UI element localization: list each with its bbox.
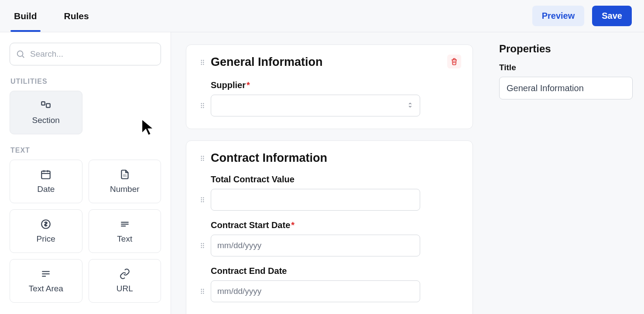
svg-point-49 [203, 291, 204, 292]
svg-point-20 [201, 64, 202, 65]
search-input[interactable] [10, 43, 161, 65]
svg-point-44 [201, 247, 202, 248]
total-value-input[interactable] [211, 189, 420, 211]
block-section[interactable]: Section [10, 91, 82, 134]
svg-point-45 [203, 247, 204, 248]
svg-point-29 [203, 156, 204, 157]
svg-point-28 [201, 156, 202, 157]
number-file-icon: 01 [119, 169, 130, 180]
svg-point-51 [203, 293, 204, 294]
svg-text:01: 01 [123, 174, 127, 177]
svg-point-24 [201, 105, 202, 106]
drag-handle-icon[interactable] [199, 154, 206, 162]
block-price-label: Price [37, 234, 55, 244]
required-mark: * [247, 80, 250, 90]
block-date[interactable]: Date [10, 160, 82, 203]
group-utilities-label: UTILITIES [10, 78, 161, 85]
group-text-label: TEXT [10, 147, 161, 154]
block-textarea[interactable]: Text Area [10, 259, 82, 303]
field-contract-start-date: Contract Start Date* mm/dd/yyyy [199, 220, 460, 256]
save-button[interactable]: Save [592, 6, 632, 26]
start-date-input[interactable]: mm/dd/yyyy [211, 235, 420, 256]
svg-line-1 [22, 56, 24, 58]
block-price[interactable]: Price [10, 209, 82, 253]
trash-icon [450, 58, 458, 65]
svg-point-18 [201, 61, 202, 62]
required-mark: * [291, 220, 295, 230]
calendar-icon [40, 169, 51, 180]
block-number-label: Number [110, 184, 140, 194]
svg-point-34 [201, 197, 202, 198]
svg-point-37 [203, 199, 204, 200]
block-number[interactable]: 01 Number [89, 160, 161, 203]
end-date-placeholder: mm/dd/yyyy [217, 287, 261, 296]
block-url[interactable]: URL [89, 259, 161, 303]
section-icon [40, 100, 51, 111]
search-wrap [10, 43, 161, 65]
prop-title-label: Title [499, 63, 633, 72]
svg-point-50 [201, 293, 202, 294]
block-textarea-label: Text Area [29, 284, 63, 294]
prop-title-input[interactable] [499, 77, 633, 99]
drag-handle-icon[interactable] [199, 58, 206, 66]
svg-point-41 [203, 243, 204, 244]
svg-rect-3 [46, 104, 50, 108]
text-icon [119, 218, 130, 230]
svg-point-43 [203, 245, 204, 246]
tab-rules[interactable]: Rules [62, 0, 91, 32]
svg-point-26 [201, 107, 202, 108]
field-total-contract-value: Total Contract Value [199, 174, 460, 211]
svg-point-19 [203, 61, 204, 62]
supplier-select[interactable] [211, 95, 420, 116]
svg-point-40 [201, 243, 202, 244]
svg-point-25 [203, 105, 204, 106]
main: UTILITIES Section TEXT Date 01 Numb [0, 32, 644, 314]
block-text[interactable]: Text [89, 209, 161, 253]
field-contract-end-date: Contract End Date mm/dd/yyyy [199, 266, 460, 302]
svg-point-46 [201, 289, 202, 290]
svg-point-23 [203, 103, 204, 104]
section-contract-information[interactable]: Contract Information Total Contract Valu… [186, 140, 473, 314]
svg-point-22 [201, 103, 202, 104]
svg-point-21 [203, 64, 204, 65]
svg-point-36 [201, 199, 202, 200]
dollar-icon [40, 218, 51, 230]
preview-button[interactable]: Preview [532, 6, 585, 26]
drag-handle-icon[interactable] [199, 242, 206, 249]
drag-handle-icon[interactable] [199, 287, 206, 295]
start-date-placeholder: mm/dd/yyyy [217, 241, 261, 250]
section-title: Contract Information [211, 151, 327, 165]
end-date-label: Contract End Date [211, 266, 420, 276]
drag-handle-icon[interactable] [199, 102, 206, 109]
link-icon [119, 268, 130, 280]
svg-point-48 [201, 291, 202, 292]
chevrons-up-down-icon [407, 101, 414, 110]
block-text-label: Text [117, 234, 132, 244]
tabs: Build Rules [12, 0, 91, 32]
svg-point-47 [203, 289, 204, 290]
total-value-label: Total Contract Value [211, 174, 420, 184]
delete-section-button[interactable] [447, 55, 461, 68]
blocks-text: Date 01 Number Price Text [10, 160, 161, 303]
svg-point-32 [201, 160, 202, 160]
canvas: General Information Supplier* [171, 32, 488, 314]
svg-point-17 [203, 60, 204, 61]
section-title: General Information [211, 55, 323, 69]
topbar: Build Rules Preview Save [0, 0, 644, 32]
drag-handle-icon[interactable] [199, 196, 206, 204]
tab-build[interactable]: Build [12, 0, 39, 32]
svg-point-42 [201, 245, 202, 246]
section-header: General Information [199, 55, 460, 69]
section-general-information[interactable]: General Information Supplier* [186, 44, 473, 129]
svg-point-39 [203, 201, 204, 202]
blocks-utilities: Section [10, 91, 161, 134]
svg-rect-4 [42, 171, 51, 178]
end-date-input[interactable]: mm/dd/yyyy [211, 280, 420, 302]
sidebar: UTILITIES Section TEXT Date 01 Numb [0, 32, 171, 314]
properties-title: Properties [499, 43, 633, 55]
svg-point-27 [203, 107, 204, 108]
svg-point-33 [203, 160, 204, 160]
block-date-label: Date [37, 184, 55, 194]
topbar-actions: Preview Save [532, 6, 632, 26]
search-icon [16, 49, 25, 59]
